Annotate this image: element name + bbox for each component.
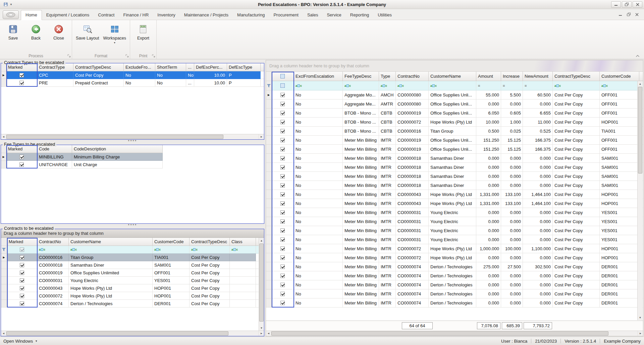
- column-header-contracttypedesc[interactable]: ContractTypeDesc: [190, 238, 230, 246]
- table-row[interactable]: NoMeter Min BillingIMTRCO0000018Samantha…: [266, 154, 643, 163]
- column-header-contractno[interactable]: ContractNo: [37, 238, 69, 246]
- contracts-vertical-scrollbar[interactable]: ▲ ▼: [259, 238, 264, 331]
- row-checkbox[interactable]: [280, 219, 285, 224]
- abc-filter-icon[interactable]: ac: [601, 84, 608, 87]
- table-row[interactable]: ▶NoAggregate Mo...AMCHCO0000080Office Su…: [266, 90, 643, 99]
- filter-cell[interactable]: ac: [343, 81, 379, 90]
- tab-inventory[interactable]: Inventory: [153, 10, 179, 20]
- row-checkbox[interactable]: [20, 248, 24, 252]
- row-checkbox[interactable]: [280, 183, 285, 188]
- column-header-increase[interactable]: Increase: [501, 72, 523, 81]
- mdi-restore-button[interactable]: [627, 12, 631, 17]
- column-header-customername[interactable]: CustomerName: [69, 238, 153, 246]
- escalations-groupby-bar[interactable]: Drag a column header here to group by th…: [266, 60, 643, 72]
- collapse-ribbon-icon[interactable]: [635, 55, 640, 57]
- table-row[interactable]: NoBTOB - Mono ...CBTBCO0000072Hope Works…: [266, 118, 643, 127]
- filter-cell[interactable]: ac: [600, 81, 639, 90]
- scrollbar-thumb[interactable]: [271, 331, 608, 336]
- filter-cell[interactable]: ac: [294, 81, 343, 90]
- row-checkbox[interactable]: [280, 174, 285, 179]
- table-row[interactable]: NoMeter Min BillingIMTRCO0000018Samantha…: [266, 163, 643, 172]
- tab-service[interactable]: Service: [322, 10, 345, 20]
- row-checkbox[interactable]: [19, 162, 24, 167]
- row-checkbox[interactable]: [19, 73, 24, 77]
- row-checkbox[interactable]: [280, 111, 285, 115]
- table-row[interactable]: NoAggregate Me...AMTRCO0000080Office Sup…: [266, 99, 643, 109]
- abc-filter-icon[interactable]: ac: [154, 248, 161, 251]
- filter-cell[interactable]: ac: [230, 246, 256, 254]
- column-header-excludefro[interactable]: ExcludeFro...: [124, 63, 155, 71]
- scroll-right-icon[interactable]: ►: [259, 134, 264, 139]
- column-header-amount[interactable]: Amount: [476, 72, 501, 81]
- scroll-left-icon[interactable]: ◄: [1, 134, 6, 139]
- filter-cell[interactable]: ac: [553, 81, 600, 90]
- scroll-up-icon[interactable]: ▲: [638, 81, 643, 86]
- filter-cell[interactable]: ac: [190, 246, 230, 254]
- row-checkbox[interactable]: [20, 286, 24, 290]
- filter-cell[interactable]: [7, 246, 37, 254]
- escalations-horizontal-scrollbar[interactable]: ◄ ►: [266, 331, 643, 336]
- column-header-exclfromescalation[interactable]: ExclFromEscalation: [294, 72, 343, 81]
- abc-filter-icon[interactable]: ac: [296, 84, 302, 87]
- tab-manufacturing[interactable]: Manufacturing: [233, 10, 269, 20]
- abc-filter-icon[interactable]: ac: [397, 84, 404, 87]
- close-button[interactable]: [633, 1, 642, 8]
- column-header-contracttypedesc[interactable]: ContractTypeDesc: [553, 72, 600, 81]
- table-row[interactable]: NoMeter Min BillingIMTRCO0000074Derton /…: [266, 271, 643, 280]
- row-checkbox[interactable]: [280, 201, 285, 206]
- abc-filter-icon[interactable]: ac: [70, 248, 77, 251]
- tab-sales[interactable]: Sales: [303, 10, 323, 20]
- table-row[interactable]: NoMeter Min BillingIMTRCO0000019Office S…: [266, 136, 643, 145]
- abc-filter-icon[interactable]: ac: [344, 84, 351, 87]
- row-checkbox[interactable]: [20, 294, 24, 298]
- table-row[interactable]: CO0000074Derton / TechnologiesDER001Cost…: [1, 300, 259, 307]
- row-checkbox[interactable]: [280, 147, 285, 151]
- row-checkbox[interactable]: [280, 237, 285, 242]
- table-row[interactable]: ▶CPCCost Per CopyNoNoNo10.00P: [1, 71, 264, 79]
- select-all-filter-cell[interactable]: [272, 81, 294, 90]
- tab-home[interactable]: Home: [21, 10, 42, 20]
- column-header-contractno[interactable]: ContractNo: [396, 72, 429, 81]
- scroll-right-icon[interactable]: ►: [259, 331, 264, 336]
- scroll-left-icon[interactable]: ◄: [1, 331, 6, 336]
- row-checkbox[interactable]: [20, 263, 24, 267]
- table-row[interactable]: ▶MINBILLINGMinimum Billing Charge: [1, 153, 264, 161]
- scroll-right-icon[interactable]: ►: [638, 331, 643, 336]
- column-header-customercode[interactable]: CustomerCode: [153, 238, 190, 246]
- row-checkbox[interactable]: [280, 120, 285, 124]
- table-row[interactable]: NoMeter Min BillingIMTRCO0000031Young El…: [266, 208, 643, 217]
- filter-cell[interactable]: ac: [429, 81, 476, 90]
- scroll-up-icon[interactable]: ▲: [259, 238, 264, 243]
- table-row[interactable]: NoBTOB - Mono ...CBTBCO0000019Office Sup…: [266, 109, 643, 118]
- dialog-launcher-icon[interactable]: [152, 54, 155, 58]
- tab-utilities[interactable]: Utilities: [373, 10, 396, 20]
- filter-cell[interactable]: ac: [153, 246, 190, 254]
- column-header-marked[interactable]: Marked: [7, 238, 37, 246]
- close-button[interactable]: Close: [48, 22, 70, 42]
- table-row[interactable]: NoMeter Min BillingIMTRCO0000043Hope Wor…: [266, 190, 643, 199]
- table-row[interactable]: CO0000031Young ElectricYES001Cost Per Co…: [1, 277, 259, 284]
- save-button[interactable]: Save: [2, 22, 24, 42]
- table-row[interactable]: CO0000072Hope Works (Pty) LtdHOP001Cost …: [1, 292, 259, 300]
- filter-cell[interactable]: =: [523, 81, 553, 90]
- save-layout-button[interactable]: Save Layout: [74, 22, 101, 42]
- restore-button[interactable]: [622, 1, 632, 8]
- column-header-defesctype[interactable]: DefEscType: [227, 63, 261, 71]
- row-checkbox[interactable]: [280, 93, 285, 97]
- scrollbar-thumb[interactable]: [259, 244, 264, 322]
- table-row[interactable]: NoMeter Min BillingIMTRCO0000031Young El…: [266, 235, 643, 244]
- dialog-launcher-icon[interactable]: [125, 54, 129, 58]
- column-header-codedescription[interactable]: CodeDescription: [72, 145, 163, 153]
- table-row[interactable]: NoMeter Min BillingIMTRCO0000031Young El…: [266, 226, 643, 235]
- escalations-vertical-scrollbar[interactable]: ▲ ▼: [637, 81, 643, 320]
- table-row[interactable]: UNITCHARGEUnit Charge: [1, 161, 264, 168]
- abc-filter-icon[interactable]: ac: [430, 84, 437, 87]
- column-header-newamount[interactable]: NewAmount: [523, 72, 553, 81]
- table-row[interactable]: NoMeter Min BillingIMTRCO0000074Derton /…: [266, 289, 643, 298]
- abc-filter-icon[interactable]: ac: [554, 84, 561, 87]
- row-checkbox[interactable]: [280, 156, 285, 160]
- abc-filter-icon[interactable]: ac: [381, 84, 387, 87]
- scrollbar-thumb[interactable]: [638, 87, 642, 174]
- equals-filter-icon[interactable]: =: [478, 84, 480, 88]
- abc-filter-icon[interactable]: ac: [39, 248, 45, 251]
